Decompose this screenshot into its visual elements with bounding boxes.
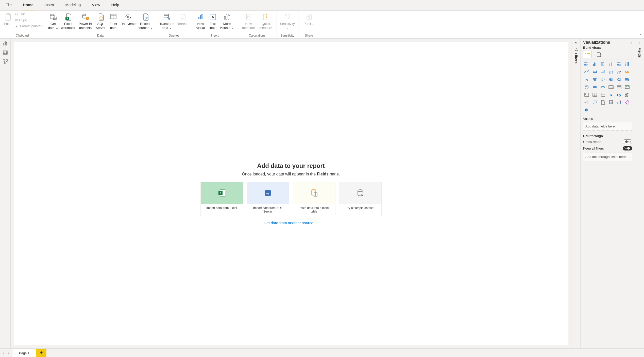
map-icon[interactable] bbox=[583, 84, 590, 90]
get-data-link[interactable]: Get data from another source → bbox=[200, 221, 382, 225]
svg-rect-39 bbox=[3, 51, 7, 54]
tab-modeling[interactable]: Modeling bbox=[60, 0, 86, 10]
qa-visual-icon[interactable] bbox=[591, 99, 598, 106]
line-clustered-icon[interactable] bbox=[616, 69, 623, 75]
r-visual-icon[interactable]: R bbox=[607, 91, 615, 98]
key-influencers-icon[interactable] bbox=[624, 91, 631, 98]
clustered-column-icon[interactable] bbox=[607, 61, 615, 68]
paginated-icon[interactable] bbox=[607, 99, 615, 106]
card-import-excel[interactable]: X Import data from Excel bbox=[200, 182, 243, 216]
funnel-icon[interactable] bbox=[591, 76, 598, 83]
treemap-icon[interactable] bbox=[624, 76, 631, 83]
values-drop-zone[interactable]: Add data fields here bbox=[583, 122, 632, 131]
card-import-sql[interactable]: SQL Import data from SQL Server bbox=[247, 182, 289, 216]
more-visuals-icon[interactable]: ⋯ bbox=[591, 107, 598, 113]
kpi-icon[interactable] bbox=[624, 84, 631, 90]
enter-data-button[interactable]: Enter data bbox=[107, 12, 120, 31]
copy-button[interactable]: ⧉Copy bbox=[14, 18, 43, 23]
card-icon[interactable]: 123 bbox=[607, 84, 615, 90]
excel-workbook-button[interactable]: XExcel workbook bbox=[60, 12, 77, 31]
narrative-icon[interactable] bbox=[599, 99, 606, 106]
goals-icon[interactable] bbox=[616, 99, 623, 106]
cut-button[interactable]: ✂Cut bbox=[14, 12, 43, 17]
refresh-button[interactable]: Refresh bbox=[176, 12, 190, 27]
stacked-area-icon[interactable] bbox=[599, 69, 606, 75]
svg-rect-98 bbox=[586, 79, 587, 80]
filters-funnel-icon: ▷ bbox=[574, 48, 578, 51]
viz-collapse-button[interactable]: » bbox=[631, 41, 632, 44]
stacked-column-100-icon[interactable] bbox=[624, 61, 631, 68]
python-visual-icon[interactable]: Py bbox=[616, 91, 623, 98]
page-next-button[interactable]: ▸ bbox=[8, 351, 10, 355]
more-visuals-button[interactable]: More visuals ⌄ bbox=[218, 12, 236, 31]
svg-rect-69 bbox=[593, 64, 594, 66]
svg-line-47 bbox=[4, 61, 5, 62]
drill-drop-zone[interactable]: Add drill-through fields here bbox=[583, 153, 632, 161]
format-visual-tab[interactable] bbox=[594, 51, 603, 58]
cross-report-toggle[interactable]: Off bbox=[623, 139, 632, 144]
report-canvas[interactable]: Add data to your report Once loaded, you… bbox=[14, 42, 568, 345]
svg-point-33 bbox=[288, 15, 289, 16]
dataset-icon bbox=[82, 13, 89, 21]
new-visual-button[interactable]: +New visual bbox=[194, 12, 207, 31]
ribbon-collapse-button[interactable]: ⌃ bbox=[639, 34, 642, 37]
tab-help[interactable]: Help bbox=[106, 0, 125, 10]
card-paste-data[interactable]: Paste data into a blank table bbox=[293, 182, 335, 216]
svg-rect-96 bbox=[619, 71, 620, 74]
stacked-bar-icon[interactable] bbox=[583, 61, 590, 68]
page-prev-button[interactable]: ◂ bbox=[3, 351, 4, 355]
matrix-icon[interactable] bbox=[599, 91, 606, 98]
area-chart-icon[interactable] bbox=[591, 69, 598, 75]
table-icon[interactable] bbox=[591, 91, 598, 98]
line-chart-icon[interactable] bbox=[583, 69, 590, 75]
gauge-icon[interactable] bbox=[599, 84, 606, 90]
new-measure-button[interactable]: New measure bbox=[240, 12, 257, 31]
stacked-bar-100-icon[interactable] bbox=[616, 61, 623, 68]
powerapps-icon[interactable] bbox=[624, 99, 631, 106]
stacked-column-icon[interactable] bbox=[591, 61, 598, 68]
group-label-sens: Sensitivity bbox=[279, 33, 296, 38]
decomp-tree-icon[interactable] bbox=[583, 99, 590, 106]
paste-button[interactable]: Paste bbox=[2, 12, 14, 27]
tab-view[interactable]: View bbox=[86, 0, 106, 10]
data-view-button[interactable] bbox=[3, 50, 8, 55]
publish-button[interactable]: Publish bbox=[300, 12, 318, 27]
clustered-bar-icon[interactable] bbox=[599, 61, 606, 68]
keep-filters-toggle[interactable]: On bbox=[623, 146, 632, 151]
scatter-icon[interactable] bbox=[599, 76, 606, 83]
ribbon-chart-icon[interactable] bbox=[624, 69, 631, 75]
quick-measure-button[interactable]: Quick measure bbox=[257, 12, 275, 31]
page-tab-1[interactable]: Page 1 bbox=[12, 349, 36, 357]
svg-point-132 bbox=[585, 102, 586, 103]
powerbi-datasets-button[interactable]: Power BI datasets bbox=[77, 12, 94, 31]
powerautomate-icon[interactable] bbox=[583, 107, 590, 113]
waterfall-icon[interactable] bbox=[583, 76, 590, 83]
format-painter-button[interactable]: 🖌Format painter bbox=[14, 24, 43, 28]
recent-sources-button[interactable]: Recent sources ⌄ bbox=[137, 12, 154, 31]
fields-expand-button[interactable]: « bbox=[639, 41, 640, 44]
sensitivity-button[interactable]: Sensitivity⌄ bbox=[279, 12, 296, 31]
multi-card-icon[interactable] bbox=[616, 84, 623, 90]
text-box-button[interactable]: AText box bbox=[207, 12, 218, 31]
add-page-button[interactable]: + bbox=[36, 349, 46, 357]
tab-file[interactable]: File bbox=[0, 0, 17, 10]
filled-map-icon[interactable] bbox=[591, 84, 598, 90]
line-column-icon[interactable] bbox=[607, 69, 615, 75]
dataverse-button[interactable]: Dataverse bbox=[120, 12, 137, 27]
svg-rect-37 bbox=[5, 42, 6, 45]
sql-server-button[interactable]: SQL Server bbox=[94, 12, 107, 31]
report-view-button[interactable] bbox=[3, 41, 8, 46]
donut-icon[interactable] bbox=[616, 76, 623, 83]
pie-icon[interactable] bbox=[607, 76, 615, 83]
card-sample-dataset[interactable]: Try a sample dataset bbox=[339, 182, 382, 216]
keep-filters-label: Keep all filters bbox=[583, 147, 604, 150]
tab-home[interactable]: Home bbox=[17, 0, 39, 10]
svg-rect-120 bbox=[585, 94, 586, 94]
filters-expand-button[interactable]: « bbox=[575, 41, 577, 44]
build-visual-tab[interactable] bbox=[583, 51, 592, 58]
get-data-button[interactable]: Get data ⌄ bbox=[47, 12, 60, 31]
transform-data-button[interactable]: Transform data ⌄ bbox=[158, 12, 176, 31]
model-view-button[interactable] bbox=[3, 59, 8, 64]
slicer-icon[interactable] bbox=[583, 91, 590, 98]
tab-insert[interactable]: Insert bbox=[39, 0, 60, 10]
